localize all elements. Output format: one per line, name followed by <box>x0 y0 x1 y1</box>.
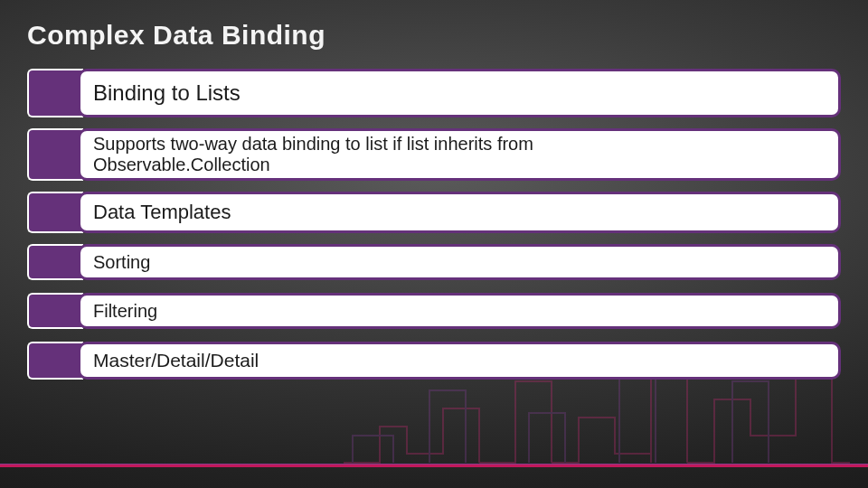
item-pill: Supports two-way data binding to list if… <box>78 128 841 181</box>
item-text: Master/Detail/Detail <box>93 350 259 371</box>
item-accent-bar <box>27 342 83 380</box>
item-text: Filtering <box>93 301 157 322</box>
item-text: Binding to Lists <box>93 80 241 106</box>
item-pill: Data Templates <box>78 192 841 233</box>
item-accent-bar <box>27 244 83 280</box>
item-pill: Master/Detail/Detail <box>78 342 841 380</box>
list-item: Supports two-way data binding to list if… <box>27 128 841 181</box>
list-item: Master/Detail/Detail <box>27 342 841 380</box>
item-accent-bar <box>27 128 83 181</box>
list-item: Sorting <box>27 244 841 280</box>
list-item: Binding to Lists <box>27 69 841 117</box>
item-pill: Filtering <box>78 293 841 329</box>
item-text: Data Templates <box>93 201 231 223</box>
item-text: Supports two-way data binding to list if… <box>93 134 563 175</box>
item-accent-bar <box>27 192 83 233</box>
item-accent-bar <box>27 293 83 329</box>
item-accent-bar <box>27 69 83 117</box>
item-pill: Sorting <box>78 244 841 280</box>
list-item: Filtering <box>27 293 841 329</box>
list-item: Data Templates <box>27 192 841 233</box>
bullet-list: Binding to Lists Supports two-way data b… <box>27 69 841 380</box>
slide-title: Complex Data Binding <box>27 20 326 51</box>
bottom-divider <box>0 465 868 467</box>
item-text: Sorting <box>93 252 150 273</box>
item-pill: Binding to Lists <box>78 69 841 117</box>
